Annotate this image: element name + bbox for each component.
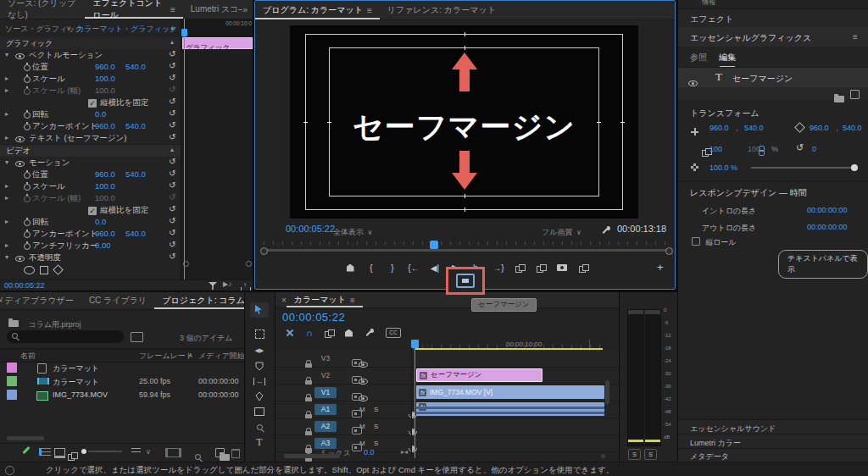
track-label-a1[interactable]: A1 [314, 404, 337, 415]
metadata-row[interactable]: メタデータ [678, 448, 868, 462]
track-select-tool[interactable] [250, 326, 269, 341]
project-row-sequence[interactable]: カラーマット 25.00 fps 00:00:00:00 [0, 374, 244, 388]
opacity-slider-track[interactable] [751, 167, 854, 169]
layer-row-safe-margin[interactable]: T セーフマージン [678, 67, 868, 89]
tab-cc-libraries[interactable]: CC ライブラリ [81, 292, 154, 309]
param-value-y[interactable]: 540.0 [125, 62, 146, 71]
collapse-icon[interactable]: ▴ [170, 38, 174, 46]
timeline-timecode[interactable]: 00:00:05:22 [282, 311, 345, 324]
reset-icon[interactable]: ↺ [169, 216, 175, 225]
slip-tool[interactable]: ↔ [250, 374, 269, 389]
param-rotation[interactable]: ▸ 回転 0.0 ↺ [0, 108, 181, 120]
selection-tool[interactable] [250, 302, 269, 318]
tab-program[interactable]: プログラム: カラーマット ≡ [255, 1, 380, 19]
param-group-text[interactable]: ▸ テキスト (セーフマージン) ↺ [0, 132, 181, 144]
fit-icon[interactable]: ▸◂ [401, 448, 408, 456]
twirl-open-icon[interactable]: ▾ [5, 253, 8, 261]
twirl-closed-icon[interactable]: ▸ [5, 218, 8, 225]
reset-icon[interactable]: ↺ [169, 204, 175, 213]
zoom-slider-knob[interactable] [81, 449, 86, 454]
settings-wrench-icon[interactable] [601, 226, 610, 235]
clip-img-7734-audio[interactable]: fx [416, 402, 604, 416]
reset-icon[interactable]: ↺ [169, 97, 175, 106]
tab-project[interactable]: プロジェクト: コラム用 ≡ [154, 292, 244, 309]
param-value[interactable]: 0.00 [95, 241, 111, 250]
new-folder-icon[interactable] [834, 96, 844, 102]
keyframe-area[interactable]: 00:00:10:0 グラフィック [181, 19, 253, 280]
tab-media-browser[interactable]: メディアブラウザー [0, 292, 81, 309]
safe-margins-button-icon[interactable] [456, 274, 475, 288]
section-video[interactable]: ビデオ ▴ [0, 144, 181, 157]
search-bin-icon[interactable] [131, 332, 143, 342]
list-view-icon[interactable] [39, 448, 51, 456]
zoom-slider-track[interactable] [88, 451, 122, 452]
add-marker-icon[interactable] [345, 329, 353, 337]
info-tab-label[interactable]: 情報 [702, 0, 715, 7]
fx-toggle-eye-icon[interactable] [15, 159, 25, 169]
add-marker-icon[interactable] [344, 264, 356, 272]
param-anchor-point[interactable]: アンカーポイント 960.0 540.0 ↺ [0, 228, 181, 240]
find-icon[interactable] [195, 454, 201, 460]
stopwatch-icon[interactable] [24, 242, 31, 252]
reset-icon[interactable]: ↺ [169, 228, 175, 237]
zoom-tool[interactable] [250, 419, 269, 434]
rect-mask-icon[interactable] [40, 266, 48, 274]
solo-button[interactable]: S [374, 440, 378, 447]
param-value[interactable]: 100.0 [95, 181, 115, 191]
reset-icon[interactable]: ↺ [169, 132, 175, 141]
type-tool[interactable]: T [250, 434, 269, 450]
close-icon[interactable]: × [275, 296, 287, 305]
param-scale[interactable]: ▸ スケール 100.0 ↺ [0, 73, 181, 85]
position-y-value[interactable]: 540.0 [744, 124, 764, 132]
stopwatch-icon[interactable] [24, 219, 31, 228]
goto-in-icon[interactable]: {← [408, 263, 420, 273]
tab-lumetri-scopes[interactable]: Lumetri スコ― [183, 0, 243, 19]
comparison-view-icon[interactable] [577, 264, 589, 272]
play-audio-icon[interactable]: ▶♪ [223, 280, 231, 288]
track-a2[interactable]: A2 M S [275, 418, 619, 435]
label-color-swatch[interactable] [7, 376, 17, 386]
param-position[interactable]: 位置 960.0 540.0 ↺ [0, 169, 181, 180]
reset-icon[interactable]: ↺ [169, 49, 175, 58]
label-color-swatch[interactable] [7, 363, 17, 373]
project-row-movie[interactable]: IMG_7734.MOV 59.94 fps 00:00:00:00 [0, 388, 244, 401]
reset-icon[interactable]: ↺ [169, 120, 175, 130]
rectangle-tool[interactable] [250, 404, 269, 419]
goto-out-icon[interactable]: →} [492, 263, 504, 273]
project-breadcrumb[interactable]: コラム用.prproj [8, 315, 81, 330]
tab-sequence[interactable]: カラーマット ≡ [287, 292, 363, 307]
chevron-down-icon[interactable]: ∨ [66, 25, 71, 32]
zoom-level-select[interactable]: 全体表示 ∨ [333, 223, 372, 238]
param-value-y[interactable]: 540.0 [125, 229, 146, 238]
track-label-v3[interactable]: V3 [314, 353, 337, 364]
param-scale[interactable]: ▸ スケール 100.0 ↺ [0, 180, 181, 192]
clip-safe-margin-graphic[interactable]: fx セーフマージン [416, 368, 542, 382]
reset-icon[interactable]: ↺ [169, 157, 175, 166]
solo-button[interactable]: S [374, 423, 378, 430]
opacity-value[interactable]: 100.0 % [709, 163, 737, 172]
project-row-color-matte[interactable]: カラーマット [0, 361, 244, 374]
twirl-closed-icon[interactable]: ▸ [5, 110, 8, 118]
twirl-open-icon[interactable]: ▾ [5, 158, 8, 166]
stopwatch-icon[interactable] [24, 171, 31, 180]
export-frame-icon[interactable] [556, 264, 568, 271]
param-value-y[interactable]: 540.0 [125, 121, 146, 130]
reset-icon[interactable]: ↺ [169, 240, 175, 249]
track-a1[interactable]: A1 M S fx [275, 401, 619, 418]
snap-magnet-icon[interactable]: ∩ [306, 328, 313, 338]
param-antiflicker[interactable]: ▸ アンチフリッカー 0.00 ↺ [0, 240, 181, 252]
position-x-value[interactable]: 960.0 [709, 124, 729, 132]
work-area-bar[interactable] [415, 348, 603, 350]
stopwatch-icon[interactable] [24, 64, 31, 73]
razor-tool[interactable] [250, 358, 269, 374]
anchor-y-value[interactable]: 540.0 [843, 124, 862, 132]
stopwatch-icon[interactable] [24, 123, 31, 132]
twirl-open-icon[interactable]: ▾ [5, 51, 8, 58]
stopwatch-icon[interactable] [24, 75, 31, 85]
sort-asc-icon[interactable]: ∧ [188, 351, 193, 359]
fx-toggle-eye-icon[interactable] [15, 52, 25, 61]
param-position[interactable]: 位置 960.0 540.0 ↺ [0, 61, 181, 73]
sort-icon[interactable] [131, 448, 141, 455]
essential-sound-row[interactable]: エッセンシャルサウンド [678, 419, 868, 434]
opacity-slider-knob[interactable] [851, 164, 858, 171]
